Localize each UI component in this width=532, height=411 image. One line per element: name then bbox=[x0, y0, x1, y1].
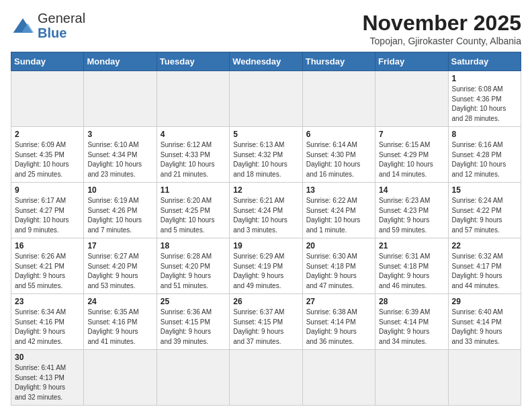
calendar-cell: 17Sunrise: 6:27 AM Sunset: 4:20 PM Dayli… bbox=[84, 238, 157, 294]
day-info: Sunrise: 6:31 AM Sunset: 4:18 PM Dayligh… bbox=[379, 252, 444, 291]
day-number: 25 bbox=[161, 297, 226, 306]
calendar-cell: 6Sunrise: 6:14 AM Sunset: 4:30 PM Daylig… bbox=[302, 127, 375, 183]
day-number: 14 bbox=[379, 185, 444, 195]
day-number: 7 bbox=[379, 130, 444, 139]
calendar-cell: 2Sunrise: 6:09 AM Sunset: 4:35 PM Daylig… bbox=[11, 127, 84, 183]
calendar-cell: 13Sunrise: 6:22 AM Sunset: 4:24 PM Dayli… bbox=[302, 183, 375, 238]
calendar-cell: 25Sunrise: 6:36 AM Sunset: 4:15 PM Dayli… bbox=[157, 294, 229, 350]
day-info: Sunrise: 6:35 AM Sunset: 4:16 PM Dayligh… bbox=[87, 308, 152, 347]
calendar-cell: 22Sunrise: 6:32 AM Sunset: 4:17 PM Dayli… bbox=[448, 238, 521, 294]
calendar-cell: 26Sunrise: 6:37 AM Sunset: 4:15 PM Dayli… bbox=[230, 294, 302, 350]
day-info: Sunrise: 6:22 AM Sunset: 4:24 PM Dayligh… bbox=[306, 196, 371, 235]
page-header: General Blue November 2025 Topojan, Gjir… bbox=[11, 11, 521, 46]
day-info: Sunrise: 6:14 AM Sunset: 4:30 PM Dayligh… bbox=[306, 140, 371, 179]
calendar-cell: 27Sunrise: 6:38 AM Sunset: 4:14 PM Dayli… bbox=[302, 294, 375, 350]
day-number: 28 bbox=[379, 297, 444, 306]
day-number: 11 bbox=[161, 185, 226, 195]
day-number: 4 bbox=[161, 130, 226, 139]
day-number: 13 bbox=[306, 185, 371, 195]
day-info: Sunrise: 6:41 AM Sunset: 4:13 PM Dayligh… bbox=[15, 363, 80, 402]
day-info: Sunrise: 6:16 AM Sunset: 4:28 PM Dayligh… bbox=[452, 140, 517, 179]
calendar-cell: 23Sunrise: 6:34 AM Sunset: 4:16 PM Dayli… bbox=[11, 294, 84, 350]
day-number: 22 bbox=[452, 241, 517, 250]
calendar-cell: 10Sunrise: 6:19 AM Sunset: 4:26 PM Dayli… bbox=[84, 183, 157, 238]
day-number: 18 bbox=[161, 241, 226, 250]
calendar-cell: 29Sunrise: 6:40 AM Sunset: 4:14 PM Dayli… bbox=[448, 294, 521, 350]
day-number: 29 bbox=[452, 297, 517, 306]
logo-icon bbox=[11, 13, 35, 38]
calendar-cell bbox=[448, 350, 521, 406]
day-number: 19 bbox=[233, 241, 298, 250]
day-info: Sunrise: 6:10 AM Sunset: 4:34 PM Dayligh… bbox=[87, 140, 152, 179]
day-number: 20 bbox=[306, 241, 371, 250]
day-info: Sunrise: 6:19 AM Sunset: 4:26 PM Dayligh… bbox=[87, 196, 152, 235]
day-info: Sunrise: 6:39 AM Sunset: 4:14 PM Dayligh… bbox=[379, 308, 444, 347]
day-header-friday: Friday bbox=[375, 52, 448, 71]
day-info: Sunrise: 6:24 AM Sunset: 4:22 PM Dayligh… bbox=[452, 196, 517, 235]
calendar-cell bbox=[157, 350, 229, 406]
calendar-cell: 19Sunrise: 6:29 AM Sunset: 4:19 PM Dayli… bbox=[230, 238, 302, 294]
calendar-cell: 20Sunrise: 6:30 AM Sunset: 4:18 PM Dayli… bbox=[302, 238, 375, 294]
day-number: 15 bbox=[452, 185, 517, 195]
day-number: 27 bbox=[306, 297, 371, 306]
day-info: Sunrise: 6:36 AM Sunset: 4:15 PM Dayligh… bbox=[161, 308, 226, 347]
day-info: Sunrise: 6:26 AM Sunset: 4:21 PM Dayligh… bbox=[15, 252, 80, 291]
day-info: Sunrise: 6:40 AM Sunset: 4:14 PM Dayligh… bbox=[452, 308, 517, 347]
calendar-cell: 15Sunrise: 6:24 AM Sunset: 4:22 PM Dayli… bbox=[448, 183, 521, 238]
day-header-wednesday: Wednesday bbox=[230, 52, 302, 71]
calendar-week-row: 23Sunrise: 6:34 AM Sunset: 4:16 PM Dayli… bbox=[11, 294, 521, 350]
calendar-cell bbox=[11, 71, 84, 127]
day-number: 30 bbox=[15, 353, 80, 362]
calendar-cell: 14Sunrise: 6:23 AM Sunset: 4:23 PM Dayli… bbox=[375, 183, 448, 238]
calendar-week-row: 16Sunrise: 6:26 AM Sunset: 4:21 PM Dayli… bbox=[11, 238, 521, 294]
calendar-cell bbox=[84, 350, 157, 406]
day-info: Sunrise: 6:27 AM Sunset: 4:20 PM Dayligh… bbox=[87, 252, 152, 291]
calendar-cell: 11Sunrise: 6:20 AM Sunset: 4:25 PM Dayli… bbox=[157, 183, 229, 238]
day-info: Sunrise: 6:37 AM Sunset: 4:15 PM Dayligh… bbox=[233, 308, 298, 347]
day-number: 12 bbox=[233, 185, 298, 195]
calendar-cell: 12Sunrise: 6:21 AM Sunset: 4:24 PM Dayli… bbox=[230, 183, 302, 238]
day-number: 26 bbox=[233, 297, 298, 306]
calendar-cell: 21Sunrise: 6:31 AM Sunset: 4:18 PM Dayli… bbox=[375, 238, 448, 294]
calendar-cell bbox=[375, 71, 448, 127]
calendar-cell: 4Sunrise: 6:12 AM Sunset: 4:33 PM Daylig… bbox=[157, 127, 229, 183]
calendar-table: SundayMondayTuesdayWednesdayThursdayFrid… bbox=[11, 52, 521, 406]
day-info: Sunrise: 6:23 AM Sunset: 4:23 PM Dayligh… bbox=[379, 196, 444, 235]
day-info: Sunrise: 6:29 AM Sunset: 4:19 PM Dayligh… bbox=[233, 252, 298, 291]
calendar-cell: 1Sunrise: 6:08 AM Sunset: 4:36 PM Daylig… bbox=[448, 71, 521, 127]
day-info: Sunrise: 6:13 AM Sunset: 4:32 PM Dayligh… bbox=[233, 140, 298, 179]
calendar-cell: 28Sunrise: 6:39 AM Sunset: 4:14 PM Dayli… bbox=[375, 294, 448, 350]
day-info: Sunrise: 6:15 AM Sunset: 4:29 PM Dayligh… bbox=[379, 140, 444, 179]
calendar-cell bbox=[230, 350, 302, 406]
calendar-cell: 7Sunrise: 6:15 AM Sunset: 4:29 PM Daylig… bbox=[375, 127, 448, 183]
day-number: 24 bbox=[87, 297, 152, 306]
day-number: 3 bbox=[87, 130, 152, 139]
calendar-week-row: 2Sunrise: 6:09 AM Sunset: 4:35 PM Daylig… bbox=[11, 127, 521, 183]
calendar-week-row: 30Sunrise: 6:41 AM Sunset: 4:13 PM Dayli… bbox=[11, 350, 521, 406]
day-info: Sunrise: 6:09 AM Sunset: 4:35 PM Dayligh… bbox=[15, 140, 80, 179]
title-area: November 2025 Topojan, Gjirokaster Count… bbox=[362, 11, 521, 46]
day-header-monday: Monday bbox=[84, 52, 157, 71]
calendar-cell bbox=[302, 350, 375, 406]
calendar-cell: 30Sunrise: 6:41 AM Sunset: 4:13 PM Dayli… bbox=[11, 350, 84, 406]
calendar-cell bbox=[302, 71, 375, 127]
day-info: Sunrise: 6:08 AM Sunset: 4:36 PM Dayligh… bbox=[452, 85, 517, 124]
calendar-week-row: 1Sunrise: 6:08 AM Sunset: 4:36 PM Daylig… bbox=[11, 71, 521, 127]
day-number: 21 bbox=[379, 241, 444, 250]
day-info: Sunrise: 6:28 AM Sunset: 4:20 PM Dayligh… bbox=[161, 252, 226, 291]
calendar-cell bbox=[375, 350, 448, 406]
day-number: 17 bbox=[87, 241, 152, 250]
logo: General Blue bbox=[11, 11, 85, 40]
day-info: Sunrise: 6:32 AM Sunset: 4:17 PM Dayligh… bbox=[452, 252, 517, 291]
day-header-tuesday: Tuesday bbox=[157, 52, 229, 71]
day-number: 1 bbox=[452, 74, 517, 83]
day-number: 23 bbox=[15, 297, 80, 306]
day-info: Sunrise: 6:21 AM Sunset: 4:24 PM Dayligh… bbox=[233, 196, 298, 235]
calendar-cell: 16Sunrise: 6:26 AM Sunset: 4:21 PM Dayli… bbox=[11, 238, 84, 294]
day-info: Sunrise: 6:34 AM Sunset: 4:16 PM Dayligh… bbox=[15, 308, 80, 347]
day-info: Sunrise: 6:20 AM Sunset: 4:25 PM Dayligh… bbox=[161, 196, 226, 235]
day-number: 5 bbox=[233, 130, 298, 139]
day-info: Sunrise: 6:30 AM Sunset: 4:18 PM Dayligh… bbox=[306, 252, 371, 291]
logo-text: General Blue bbox=[38, 11, 85, 40]
day-info: Sunrise: 6:12 AM Sunset: 4:33 PM Dayligh… bbox=[161, 140, 226, 179]
